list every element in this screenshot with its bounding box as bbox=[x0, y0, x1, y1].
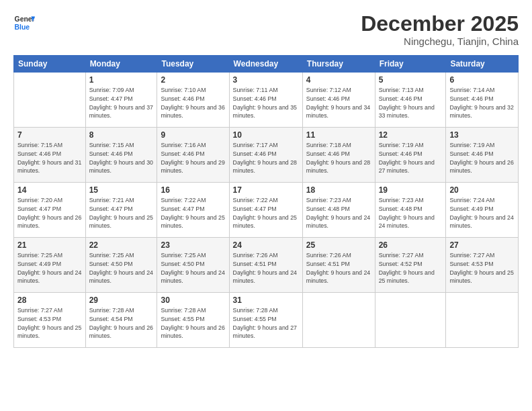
calendar-table: Sunday Monday Tuesday Wednesday Thursday… bbox=[13, 55, 519, 348]
calendar-cell: 5Sunrise: 7:13 AM Sunset: 4:46 PM Daylig… bbox=[375, 73, 446, 128]
day-info: Sunrise: 7:27 AM Sunset: 4:52 PM Dayligh… bbox=[379, 251, 443, 285]
calendar-week-1: 7Sunrise: 7:15 AM Sunset: 4:46 PM Daylig… bbox=[14, 128, 519, 183]
day-info: Sunrise: 7:14 AM Sunset: 4:46 PM Dayligh… bbox=[449, 86, 515, 120]
day-number: 4 bbox=[306, 75, 371, 85]
day-number: 29 bbox=[89, 295, 154, 305]
day-number: 28 bbox=[17, 295, 82, 305]
day-number: 25 bbox=[306, 240, 371, 250]
calendar-cell: 19Sunrise: 7:23 AM Sunset: 4:48 PM Dayli… bbox=[375, 183, 446, 238]
day-number: 3 bbox=[233, 75, 299, 85]
day-info: Sunrise: 7:25 AM Sunset: 4:49 PM Dayligh… bbox=[17, 251, 82, 285]
calendar-cell: 31Sunrise: 7:28 AM Sunset: 4:55 PM Dayli… bbox=[229, 293, 302, 348]
calendar-page: General Blue December 2025 Ningchegu, Ti… bbox=[0, 0, 532, 411]
calendar-week-2: 14Sunrise: 7:20 AM Sunset: 4:47 PM Dayli… bbox=[14, 183, 519, 238]
calendar-cell: 25Sunrise: 7:26 AM Sunset: 4:51 PM Dayli… bbox=[302, 238, 375, 293]
day-number: 11 bbox=[306, 130, 371, 140]
day-info: Sunrise: 7:23 AM Sunset: 4:48 PM Dayligh… bbox=[379, 196, 443, 230]
calendar-cell: 15Sunrise: 7:21 AM Sunset: 4:47 PM Dayli… bbox=[85, 183, 157, 238]
day-info: Sunrise: 7:27 AM Sunset: 4:53 PM Dayligh… bbox=[17, 306, 82, 340]
day-number: 1 bbox=[89, 75, 154, 85]
day-info: Sunrise: 7:18 AM Sunset: 4:46 PM Dayligh… bbox=[306, 141, 371, 175]
day-number: 5 bbox=[379, 75, 443, 85]
calendar-cell: 6Sunrise: 7:14 AM Sunset: 4:46 PM Daylig… bbox=[446, 73, 519, 128]
day-info: Sunrise: 7:15 AM Sunset: 4:46 PM Dayligh… bbox=[89, 141, 154, 175]
calendar-week-3: 21Sunrise: 7:25 AM Sunset: 4:49 PM Dayli… bbox=[14, 238, 519, 293]
day-number: 24 bbox=[233, 240, 299, 250]
day-number: 31 bbox=[233, 295, 299, 305]
day-number: 22 bbox=[89, 240, 154, 250]
day-info: Sunrise: 7:21 AM Sunset: 4:47 PM Dayligh… bbox=[89, 196, 154, 230]
calendar-cell: 28Sunrise: 7:27 AM Sunset: 4:53 PM Dayli… bbox=[14, 293, 86, 348]
day-number: 15 bbox=[89, 185, 154, 195]
calendar-cell: 16Sunrise: 7:22 AM Sunset: 4:47 PM Dayli… bbox=[157, 183, 229, 238]
calendar-cell bbox=[14, 73, 86, 128]
header-wednesday: Wednesday bbox=[229, 56, 302, 73]
calendar-cell bbox=[446, 293, 519, 348]
day-number: 17 bbox=[233, 185, 299, 195]
day-info: Sunrise: 7:24 AM Sunset: 4:49 PM Dayligh… bbox=[449, 196, 515, 230]
svg-text:Blue: Blue bbox=[15, 24, 30, 31]
calendar-cell: 2Sunrise: 7:10 AM Sunset: 4:46 PM Daylig… bbox=[157, 73, 229, 128]
calendar-cell: 1Sunrise: 7:09 AM Sunset: 4:47 PM Daylig… bbox=[85, 73, 157, 128]
title-block: December 2025 Ningchegu, Tianjin, China bbox=[361, 12, 519, 47]
calendar-cell: 17Sunrise: 7:22 AM Sunset: 4:47 PM Dayli… bbox=[229, 183, 302, 238]
day-info: Sunrise: 7:26 AM Sunset: 4:51 PM Dayligh… bbox=[233, 251, 299, 285]
day-number: 27 bbox=[449, 240, 515, 250]
day-info: Sunrise: 7:22 AM Sunset: 4:47 PM Dayligh… bbox=[161, 196, 225, 230]
day-info: Sunrise: 7:27 AM Sunset: 4:53 PM Dayligh… bbox=[449, 251, 515, 285]
header-tuesday: Tuesday bbox=[157, 56, 229, 73]
day-number: 8 bbox=[89, 130, 154, 140]
calendar-cell: 18Sunrise: 7:23 AM Sunset: 4:48 PM Dayli… bbox=[302, 183, 375, 238]
header-friday: Friday bbox=[375, 56, 446, 73]
day-info: Sunrise: 7:15 AM Sunset: 4:46 PM Dayligh… bbox=[17, 141, 82, 175]
calendar-cell: 23Sunrise: 7:25 AM Sunset: 4:50 PM Dayli… bbox=[157, 238, 229, 293]
day-info: Sunrise: 7:09 AM Sunset: 4:47 PM Dayligh… bbox=[89, 86, 154, 120]
day-number: 9 bbox=[161, 130, 225, 140]
day-number: 30 bbox=[161, 295, 225, 305]
day-info: Sunrise: 7:17 AM Sunset: 4:46 PM Dayligh… bbox=[233, 141, 299, 175]
day-number: 26 bbox=[379, 240, 443, 250]
calendar-cell: 12Sunrise: 7:19 AM Sunset: 4:46 PM Dayli… bbox=[375, 128, 446, 183]
day-number: 12 bbox=[379, 130, 443, 140]
calendar-cell: 14Sunrise: 7:20 AM Sunset: 4:47 PM Dayli… bbox=[14, 183, 86, 238]
day-info: Sunrise: 7:28 AM Sunset: 4:55 PM Dayligh… bbox=[161, 306, 225, 340]
day-info: Sunrise: 7:19 AM Sunset: 4:46 PM Dayligh… bbox=[449, 141, 515, 175]
calendar-cell: 13Sunrise: 7:19 AM Sunset: 4:46 PM Dayli… bbox=[446, 128, 519, 183]
calendar-cell bbox=[375, 293, 446, 348]
day-info: Sunrise: 7:22 AM Sunset: 4:47 PM Dayligh… bbox=[233, 196, 299, 230]
day-info: Sunrise: 7:23 AM Sunset: 4:48 PM Dayligh… bbox=[306, 196, 371, 230]
day-info: Sunrise: 7:28 AM Sunset: 4:55 PM Dayligh… bbox=[233, 306, 299, 340]
calendar-cell: 10Sunrise: 7:17 AM Sunset: 4:46 PM Dayli… bbox=[229, 128, 302, 183]
logo: General Blue bbox=[13, 12, 35, 34]
day-number: 2 bbox=[161, 75, 225, 85]
day-info: Sunrise: 7:26 AM Sunset: 4:51 PM Dayligh… bbox=[306, 251, 371, 285]
calendar-cell: 24Sunrise: 7:26 AM Sunset: 4:51 PM Dayli… bbox=[229, 238, 302, 293]
day-number: 16 bbox=[161, 185, 225, 195]
day-info: Sunrise: 7:12 AM Sunset: 4:46 PM Dayligh… bbox=[306, 86, 371, 120]
calendar-week-0: 1Sunrise: 7:09 AM Sunset: 4:47 PM Daylig… bbox=[14, 73, 519, 128]
calendar-cell: 30Sunrise: 7:28 AM Sunset: 4:55 PM Dayli… bbox=[157, 293, 229, 348]
month-title: December 2025 bbox=[361, 12, 519, 36]
day-number: 20 bbox=[449, 185, 515, 195]
day-number: 14 bbox=[17, 185, 82, 195]
calendar-cell: 27Sunrise: 7:27 AM Sunset: 4:53 PM Dayli… bbox=[446, 238, 519, 293]
calendar-cell: 9Sunrise: 7:16 AM Sunset: 4:46 PM Daylig… bbox=[157, 128, 229, 183]
weekday-header-row: Sunday Monday Tuesday Wednesday Thursday… bbox=[14, 56, 519, 73]
calendar-cell: 8Sunrise: 7:15 AM Sunset: 4:46 PM Daylig… bbox=[85, 128, 157, 183]
header-saturday: Saturday bbox=[446, 56, 519, 73]
location-title: Ningchegu, Tianjin, China bbox=[361, 36, 519, 47]
day-info: Sunrise: 7:20 AM Sunset: 4:47 PM Dayligh… bbox=[17, 196, 82, 230]
calendar-cell: 4Sunrise: 7:12 AM Sunset: 4:46 PM Daylig… bbox=[302, 73, 375, 128]
calendar-cell bbox=[302, 293, 375, 348]
day-number: 18 bbox=[306, 185, 371, 195]
day-info: Sunrise: 7:28 AM Sunset: 4:54 PM Dayligh… bbox=[89, 306, 154, 340]
header-monday: Monday bbox=[85, 56, 157, 73]
header-thursday: Thursday bbox=[302, 56, 375, 73]
calendar-cell: 20Sunrise: 7:24 AM Sunset: 4:49 PM Dayli… bbox=[446, 183, 519, 238]
day-number: 10 bbox=[233, 130, 299, 140]
generalblue-logo-icon: General Blue bbox=[13, 12, 35, 34]
day-number: 13 bbox=[449, 130, 515, 140]
calendar-week-4: 28Sunrise: 7:27 AM Sunset: 4:53 PM Dayli… bbox=[14, 293, 519, 348]
day-info: Sunrise: 7:10 AM Sunset: 4:46 PM Dayligh… bbox=[161, 86, 225, 120]
calendar-cell: 29Sunrise: 7:28 AM Sunset: 4:54 PM Dayli… bbox=[85, 293, 157, 348]
